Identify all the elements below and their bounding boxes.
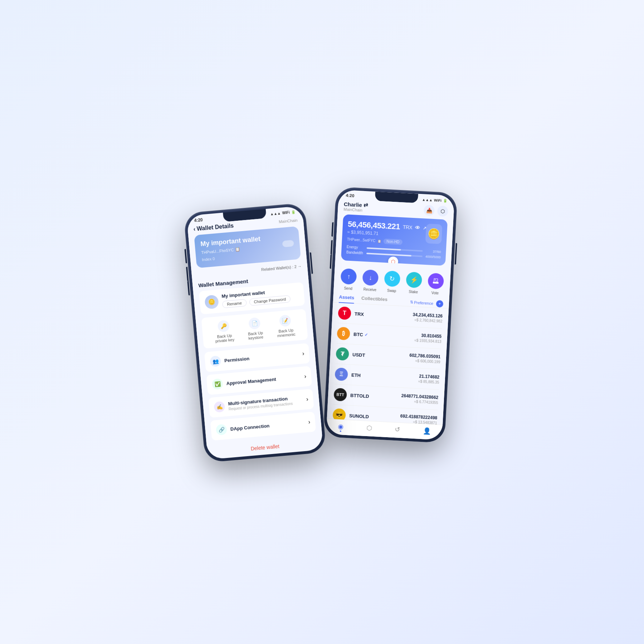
usdt-icon: ₮ bbox=[336, 347, 349, 361]
usdt-usd: ≈$ 606,000.199 bbox=[409, 358, 440, 364]
nav-history[interactable]: ↺ bbox=[395, 425, 400, 434]
copy-addr-icon[interactable]: 📋 bbox=[377, 239, 382, 243]
back-arrow-icon: ‹ bbox=[193, 226, 196, 232]
nav-profile[interactable]: 👤 bbox=[423, 427, 431, 435]
multisig-text: Multi-signature transaction Request or p… bbox=[228, 395, 303, 411]
backup-keystore[interactable]: 📄 Back Upkeystore bbox=[247, 317, 263, 340]
back-button[interactable]: ‹ Wallet Details bbox=[193, 223, 234, 233]
tron-logo: ⬡ bbox=[388, 257, 398, 266]
approval-text: Approval Management bbox=[226, 374, 301, 386]
send-action[interactable]: ↑ Send bbox=[340, 268, 357, 291]
time-phone1: 4:20 bbox=[194, 217, 203, 223]
scan-icon-btn[interactable]: ⬡ bbox=[437, 206, 449, 217]
rename-button[interactable]: Rename bbox=[222, 299, 247, 308]
backup-mnemonic[interactable]: 📝 Back Upmnemonic bbox=[275, 314, 296, 338]
nav-profile-icon: 👤 bbox=[423, 427, 431, 435]
receive-label: Receive bbox=[364, 287, 377, 292]
receive-action[interactable]: ↓ Receive bbox=[362, 269, 379, 292]
balance-eye-icon[interactable]: 👁 bbox=[415, 225, 420, 231]
phone2-scroll-content: Charlie ⇄ MainChain 📥 ⬡ bbox=[326, 199, 454, 439]
btc-balance: 30.810455 bbox=[415, 332, 442, 339]
trx-usd: ≈$ 2,760,842.982 bbox=[413, 318, 443, 323]
backup-private-key[interactable]: 🔑 Back Upprivate key bbox=[214, 319, 234, 343]
permission-chevron: › bbox=[302, 350, 304, 357]
vote-label: Vote bbox=[431, 291, 439, 295]
send-label: Send bbox=[344, 286, 352, 291]
eth-amounts: 21.174682 ≈$ 85,885.35 bbox=[418, 374, 440, 384]
nav-assets-icon: ◉ bbox=[338, 423, 344, 431]
vote-icon: 🗳 bbox=[428, 273, 444, 289]
bandwidth-bar-fill bbox=[366, 253, 411, 257]
backup-row: 🔑 Back Upprivate key 📄 Back Upkeystore 📝… bbox=[201, 309, 308, 348]
sun-name: SUNOLD bbox=[349, 413, 400, 421]
dapp-label: DApp Connection bbox=[230, 420, 305, 431]
btt-name: BTTOLD bbox=[350, 392, 401, 400]
change-password-button[interactable]: Change Password bbox=[249, 295, 291, 306]
eth-balance: 21.174682 bbox=[419, 374, 440, 380]
tab-collectibles[interactable]: Collectibles bbox=[361, 296, 387, 305]
receive-icon-btn[interactable]: 📥 bbox=[424, 205, 435, 216]
battery-icon-p2: 🔋 bbox=[443, 199, 448, 203]
nav-discover[interactable]: ⬡ bbox=[366, 424, 372, 432]
wifi-icon-p2: WiFi bbox=[434, 198, 442, 202]
non-hd-badge: Non-HD bbox=[384, 239, 402, 245]
trx-amounts: 34,234,453.126 ≈$ 2,760,842.982 bbox=[413, 312, 443, 323]
backup-keystore-icon: 📄 bbox=[248, 317, 261, 330]
phone1-scroll-content: ‹ Wallet Details MainChain My important … bbox=[187, 215, 323, 458]
phone-wallet-details: 4:20 ▲▲▲ WiFi 🔋 ‹ Wallet Details MainCha… bbox=[184, 203, 327, 463]
swap-icon: ↻ bbox=[384, 270, 400, 287]
btt-amounts: 2648771.04328662 ≈$ 6.77419355 bbox=[401, 393, 439, 404]
bandwidth-label: Bandwidth bbox=[346, 250, 365, 255]
btc-name: BTC ✓ bbox=[353, 331, 415, 340]
usdt-amounts: 602,786.035091 ≈$ 606,000.199 bbox=[409, 352, 440, 364]
signal-icon: ▲▲▲ bbox=[270, 211, 281, 216]
page-title: Wallet Details bbox=[196, 223, 234, 232]
wallet-avatar: 🪙 bbox=[204, 294, 219, 309]
nav-history-icon: ↺ bbox=[395, 425, 400, 434]
eth-icon: Ξ bbox=[335, 367, 348, 381]
multisig-icon: ✍️ bbox=[214, 401, 225, 413]
swap-action[interactable]: ↻ Swap bbox=[384, 270, 400, 293]
nav-assets[interactable]: ◉ bbox=[338, 423, 344, 431]
balance-address: THPwer...5wtFYC 📋 Non-HD bbox=[347, 236, 426, 246]
approval-icon: ✅ bbox=[211, 378, 223, 390]
trx-icon: T bbox=[338, 306, 351, 320]
backup-mnemonic-label: Back Upmnemonic bbox=[277, 328, 296, 338]
chain-label: MainChain bbox=[279, 218, 298, 224]
permission-text: Permission bbox=[224, 351, 299, 363]
time-phone2: 4:20 bbox=[346, 193, 355, 198]
dapp-text: DApp Connection bbox=[230, 420, 305, 431]
balance-card: 56,456,453.221 TRX 👁 ↗ ≈ $3,951,951.71 T… bbox=[341, 214, 448, 266]
preference-button[interactable]: ⇅ Preference bbox=[410, 300, 433, 306]
wifi-icon: WiFi bbox=[282, 210, 290, 215]
backup-key-icon: 🔑 bbox=[218, 320, 230, 332]
add-asset-button[interactable]: + bbox=[436, 300, 443, 307]
btc-amounts: 30.810455 ≈$ 1555,934.813 bbox=[414, 332, 441, 343]
dapp-chevron: › bbox=[308, 419, 311, 425]
permission-label: Permission bbox=[224, 351, 299, 363]
balance-expand-icon[interactable]: ↗ bbox=[423, 225, 426, 230]
energy-value: 37/60 bbox=[425, 249, 441, 253]
status-icons-phone1: ▲▲▲ WiFi 🔋 bbox=[270, 210, 296, 216]
trx-name: TRX bbox=[355, 311, 413, 319]
send-icon: ↑ bbox=[341, 268, 357, 285]
copy-icon[interactable]: 📋 bbox=[235, 247, 240, 252]
btc-icon: ₿ bbox=[337, 327, 350, 340]
tab-assets[interactable]: Assets bbox=[339, 294, 355, 303]
btt-icon: BTT bbox=[333, 388, 347, 401]
swap-label: Swap bbox=[387, 288, 396, 293]
vote-action[interactable]: 🗳 Vote bbox=[427, 273, 444, 295]
stake-label: Stake bbox=[409, 290, 418, 294]
phone-main-wallet: 4:20 ▲▲▲ WiFi 🔋 Charlie ⇄ MainChain bbox=[323, 187, 458, 443]
wallet-info: Charlie ⇄ MainChain bbox=[343, 201, 424, 216]
multisig-chevron: › bbox=[306, 396, 308, 402]
trx-balance: 34,234,453.126 bbox=[413, 312, 443, 318]
battery-icon: 🔋 bbox=[291, 210, 296, 214]
dapp-icon: 🔗 bbox=[216, 424, 228, 436]
approval-label: Approval Management bbox=[226, 374, 301, 386]
stake-action[interactable]: ⚡ Stake bbox=[405, 272, 422, 294]
stake-icon: ⚡ bbox=[406, 272, 422, 288]
signal-icon-p2: ▲▲▲ bbox=[422, 197, 433, 202]
asset-list: T TRX 34,234,453.126 ≈$ 2,760,842.982 ₿ bbox=[327, 303, 449, 431]
approval-chevron: › bbox=[304, 373, 307, 380]
